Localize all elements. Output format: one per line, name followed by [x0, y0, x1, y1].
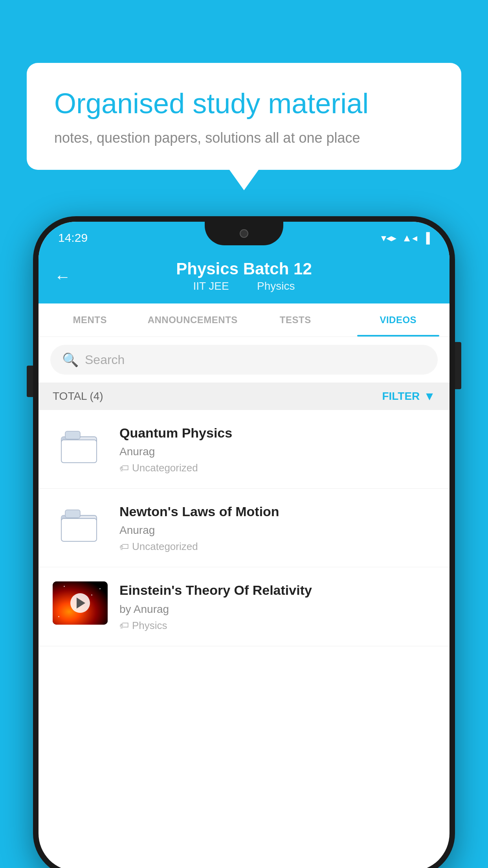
- filter-bar: TOTAL (4) FILTER ▼: [39, 383, 449, 410]
- video-title-3: Einstein's Theory Of Relativity: [119, 581, 435, 599]
- total-count: TOTAL (4): [53, 390, 103, 403]
- video-info-3: Einstein's Theory Of Relativity by Anura…: [119, 581, 435, 631]
- tabs-bar: MENTS ANNOUNCEMENTS TESTS VIDEOS: [39, 303, 449, 337]
- video-author-3: by Anurag: [119, 603, 435, 616]
- folder-icon-2: [61, 507, 100, 542]
- folder-icon-1: [61, 428, 100, 463]
- header-title: Physics Batch 12: [176, 259, 312, 278]
- video-tag-2: 🏷 Uncategorized: [119, 541, 435, 553]
- svg-rect-2: [61, 440, 97, 463]
- back-button[interactable]: ←: [54, 267, 71, 286]
- notch: [205, 222, 283, 245]
- tag-icon-1: 🏷: [119, 463, 129, 474]
- video-author-1: Anurag: [119, 445, 435, 458]
- svg-rect-3: [65, 431, 80, 439]
- speech-bubble: Organised study material notes, question…: [27, 63, 461, 170]
- filter-button[interactable]: FILTER ▼: [382, 390, 435, 403]
- camera-dot: [240, 229, 248, 238]
- search-icon: 🔍: [62, 352, 79, 368]
- wifi-icon: ▾◂▸: [381, 232, 396, 244]
- search-container: 🔍 Search: [39, 337, 449, 383]
- search-box[interactable]: 🔍 Search: [50, 345, 438, 375]
- svg-rect-7: [65, 510, 80, 518]
- search-placeholder: Search: [85, 353, 125, 367]
- speech-bubble-container: Organised study material notes, question…: [27, 63, 461, 170]
- battery-icon: ▐: [423, 232, 430, 244]
- phone-screen: 14:29 ▾◂▸ ▲◂ ▐ ← Physics Batch 12 IIT JE…: [39, 222, 449, 868]
- video-info-2: Newton's Laws of Motion Anurag 🏷 Uncateg…: [119, 503, 435, 553]
- video-title-2: Newton's Laws of Motion: [119, 503, 435, 520]
- video-list: Quantum Physics Anurag 🏷 Uncategorized: [39, 410, 449, 646]
- tab-tests[interactable]: TESTS: [244, 303, 347, 337]
- video-item-3[interactable]: Einstein's Theory Of Relativity by Anura…: [39, 567, 449, 646]
- video-item-1[interactable]: Quantum Physics Anurag 🏷 Uncategorized: [39, 410, 449, 489]
- tab-ments[interactable]: MENTS: [39, 303, 141, 337]
- play-triangle-icon: [77, 598, 85, 609]
- subtitle-part2: Physics: [257, 280, 295, 292]
- signal-icon: ▲◂: [402, 232, 417, 244]
- bubble-title: Organised study material: [54, 86, 434, 120]
- phone-outer: 14:29 ▾◂▸ ▲◂ ▐ ← Physics Batch 12 IIT JE…: [33, 216, 455, 868]
- tab-announcements[interactable]: ANNOUNCEMENTS: [141, 303, 244, 337]
- header-subtitle: IIT JEE Physics: [188, 280, 299, 292]
- video-info-1: Quantum Physics Anurag 🏷 Uncategorized: [119, 424, 435, 474]
- einstein-thumbnail-bg: [53, 581, 108, 625]
- subtitle-part1: IIT JEE: [193, 280, 229, 292]
- video-tag-3: 🏷 Physics: [119, 620, 435, 632]
- tag-icon-2: 🏷: [119, 541, 129, 552]
- video-thumbnail-2: [53, 503, 108, 546]
- status-icons: ▾◂▸ ▲◂ ▐: [381, 232, 430, 244]
- video-item-2[interactable]: Newton's Laws of Motion Anurag 🏷 Uncateg…: [39, 489, 449, 567]
- status-time: 14:29: [58, 231, 88, 245]
- bubble-subtitle: notes, question papers, solutions all at…: [54, 130, 434, 146]
- filter-icon: ▼: [424, 390, 435, 403]
- video-author-2: Anurag: [119, 524, 435, 537]
- svg-rect-6: [61, 519, 97, 541]
- subtitle-separator: [242, 280, 248, 292]
- tab-videos[interactable]: VIDEOS: [347, 303, 450, 337]
- video-title-1: Quantum Physics: [119, 424, 435, 441]
- video-thumbnail-3: [53, 581, 108, 625]
- tag-icon-3: 🏷: [119, 620, 129, 631]
- play-button-3[interactable]: [70, 593, 90, 613]
- video-thumbnail-1: [53, 424, 108, 467]
- app-header: ← Physics Batch 12 IIT JEE Physics: [39, 250, 449, 303]
- video-tag-1: 🏷 Uncategorized: [119, 462, 435, 474]
- phone-wrapper: 14:29 ▾◂▸ ▲◂ ▐ ← Physics Batch 12 IIT JE…: [33, 216, 455, 868]
